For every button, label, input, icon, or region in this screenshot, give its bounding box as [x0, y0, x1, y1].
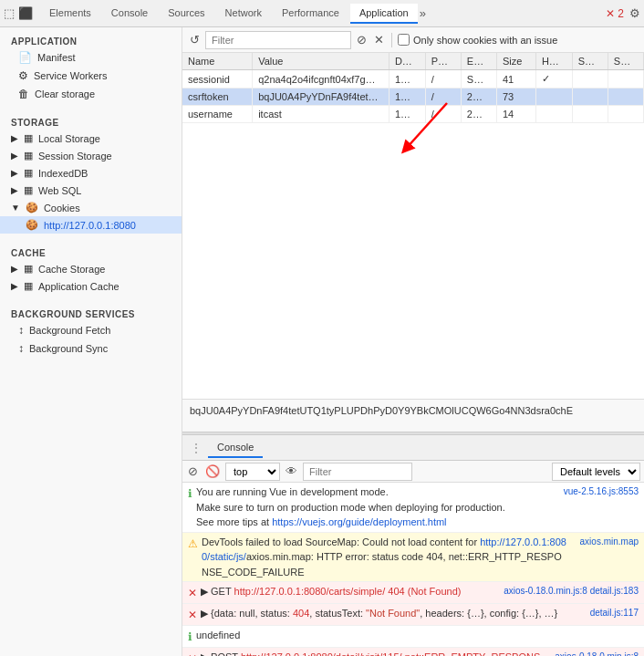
context-select[interactable]: top — [225, 463, 280, 481]
console-source[interactable]: axios.min.map — [573, 535, 639, 548]
sidebar-item-indexeddb[interactable]: ▶ ▦ IndexedDB — [0, 164, 182, 182]
error-badge: ✕ 2 — [606, 7, 624, 20]
console-message: ▶ POST http://127.0.0.1:8080/detail/visi… — [201, 650, 544, 656]
table-row[interactable]: sessionidq2na4q2o4ifcgnft04xf7g…1…/S…41✓ — [182, 70, 644, 89]
tab-performance[interactable]: Performance — [273, 4, 348, 24]
tab-elements[interactable]: Elements — [40, 4, 100, 24]
table-row[interactable]: csrftokenbqJU0A4PyYDnFA9f4tet…1…/2…73 — [182, 89, 644, 106]
console-error-icon: ✕ — [188, 607, 197, 623]
cookies-toolbar: ↺ ⊘ ✕ Only show cookies with an issue — [182, 27, 644, 53]
log-level-select[interactable]: Default levels — [552, 463, 640, 481]
cookies-arrow: ▼ — [11, 203, 20, 213]
sidebar-item-websql[interactable]: ▶ ▦ Web SQL — [0, 182, 182, 199]
devtools-tab-bar: ⬚ ⬛ Elements Console Sources Network Per… — [0, 0, 644, 27]
cookie-url-icon: 🍪 — [26, 219, 38, 231]
console-message: ▶ {data: null, status: 404, statusText: … — [201, 606, 579, 621]
session-storage-icon: ▦ — [24, 150, 33, 161]
bg-fetch-icon: ↕ — [18, 324, 24, 337]
clear-console-button[interactable]: ⊘ — [186, 463, 200, 480]
console-message: DevTools failed to load SourceMap: Could… — [202, 535, 569, 580]
sidebar-item-local-storage[interactable]: ▶ ▦ Local Storage — [0, 130, 182, 147]
filter-input[interactable] — [205, 31, 351, 49]
bg-sync-icon: ↕ — [18, 342, 24, 355]
tab-bar-icons: ⬚ ⬛ — [4, 6, 33, 20]
console-line: ✕▶ {data: null, status: 404, statusText:… — [182, 604, 644, 626]
sidebar-item-session-storage[interactable]: ▶ ▦ Session Storage — [0, 147, 182, 164]
console-filter-input[interactable] — [303, 463, 412, 481]
bg-section-title: Background Services — [0, 306, 182, 321]
application-section-title: Application — [0, 33, 182, 48]
refresh-button[interactable]: ↺ — [188, 31, 202, 48]
console-error-icon: ✕ — [188, 651, 197, 656]
cookies-icon: 🍪 — [26, 202, 38, 213]
block-network-button[interactable]: 🚫 — [203, 463, 222, 480]
sidebar-item-cookies[interactable]: ▼ 🍪 Cookies — [0, 199, 182, 216]
vue-link[interactable]: https://vuejs.org/guide/deployment.html — [272, 516, 446, 527]
settings-icon[interactable]: ⚙ — [629, 6, 640, 20]
table-cell: sessionid — [182, 70, 253, 89]
table-cell: csrftoken — [182, 89, 253, 106]
sidebar-item-cookie-url[interactable]: 🍪 http://127.0.0.1:8080 — [0, 216, 182, 234]
eye-icon[interactable]: 👁 — [284, 463, 299, 480]
table-cell: 2… — [461, 106, 496, 123]
service-workers-icon: ⚙ — [18, 69, 28, 82]
tab-console[interactable]: Console — [102, 4, 157, 24]
more-tabs-icon[interactable]: » — [420, 6, 426, 20]
only-show-label: Only show cookies with an issue — [413, 35, 557, 46]
console-info-icon: ℹ — [188, 485, 192, 502]
only-show-checkbox[interactable] — [398, 34, 410, 46]
console-tab-button[interactable]: Console — [208, 438, 263, 458]
sourcemap-link[interactable]: http://127.0.0.1:8080/static/js/ — [202, 536, 566, 563]
console-source[interactable]: axios-0.18.0.min.js:8 detail.js:183 — [496, 584, 639, 598]
sidebar-item-application-cache[interactable]: ▶ ▦ Application Cache — [0, 277, 182, 295]
col-samesite: S… — [608, 53, 643, 70]
close-filter-button[interactable]: ✕ — [372, 31, 386, 48]
tab-sources[interactable]: Sources — [159, 4, 213, 24]
cookie-value-preview: bqJU0A4PyYDnFA9f4tetUTQ1tyPLUPDhPyD0Y9YB… — [182, 399, 644, 432]
console-source[interactable]: axios-0.18.0.min.js:8 — [547, 650, 639, 656]
content-area: ↺ ⊘ ✕ Only show cookies with an issue — [182, 27, 644, 656]
sidebar-item-cache-storage[interactable]: ▶ ▦ Cache Storage — [0, 260, 182, 277]
indexeddb-icon: ▦ — [24, 167, 33, 179]
console-line: ⚠DevTools failed to load SourceMap: Coul… — [182, 533, 644, 583]
websql-label: Web SQL — [38, 185, 82, 196]
table-cell: ✓ — [535, 70, 572, 89]
console-line: ✕▶ GET http://127.0.0.1:8080/carts/simpl… — [182, 582, 644, 604]
console-source[interactable]: vue-2.5.16.js:8553 — [556, 484, 639, 498]
table-row[interactable]: usernameitcast1…/2…14 — [182, 106, 644, 123]
sidebar-item-bg-fetch[interactable]: ↕ Background Fetch — [0, 321, 182, 339]
col-name: Name — [182, 53, 253, 70]
sidebar-item-service-workers[interactable]: ⚙ Service Workers — [0, 67, 182, 85]
col-expires: E… — [461, 53, 496, 70]
storage-section: Storage ▶ ▦ Local Storage ▶ ▦ Session St… — [0, 109, 182, 239]
table-cell: 73 — [496, 89, 535, 106]
sidebar-item-bg-sync[interactable]: ↕ Background Sync — [0, 339, 182, 358]
cookies-table: Name Value D… P… E… Size H… S… S… sessio… — [182, 53, 644, 399]
get-carts-link[interactable]: http://127.0.0.1:8080/carts/simple/ — [234, 586, 386, 597]
table-cell: 1… — [389, 70, 425, 89]
bg-sync-label: Background Sync — [29, 343, 108, 354]
tab-application[interactable]: Application — [350, 4, 418, 24]
table-cell — [608, 106, 643, 123]
device-icon[interactable]: ⬛ — [18, 6, 33, 20]
only-show-checkbox-label: Only show cookies with an issue — [398, 34, 557, 46]
table-cell: 14 — [496, 106, 535, 123]
application-section: Application 📄 Manifest ⚙ Service Workers… — [0, 27, 182, 109]
drag-handle-icon[interactable]: ⋮ — [186, 441, 206, 455]
cookies-label: Cookies — [44, 203, 80, 213]
main-layout: Application 📄 Manifest ⚙ Service Workers… — [0, 27, 644, 656]
service-workers-label: Service Workers — [34, 70, 107, 81]
sidebar-item-manifest[interactable]: 📄 Manifest — [0, 48, 182, 67]
websql-icon: ▦ — [24, 184, 33, 196]
post-visit-link[interactable]: http://127.0.0.1:8080/detail/visit/115/ — [241, 651, 402, 656]
table-cell: q2na4q2o4ifcgnft04xf7g… — [253, 70, 390, 89]
inspect-icon[interactable]: ⬚ — [4, 6, 15, 20]
storage-section-title: Storage — [0, 114, 182, 130]
tab-network[interactable]: Network — [216, 4, 271, 24]
console-warn-icon: ⚠ — [188, 536, 198, 552]
console-source[interactable]: detail.js:117 — [583, 606, 639, 620]
sidebar-item-clear-storage[interactable]: 🗑 Clear storage — [0, 85, 182, 103]
clear-filter-button[interactable]: ⊘ — [355, 31, 369, 48]
cache-section: Cache ▶ ▦ Cache Storage ▶ ▦ Application … — [0, 239, 182, 300]
local-storage-arrow: ▶ — [11, 133, 18, 143]
